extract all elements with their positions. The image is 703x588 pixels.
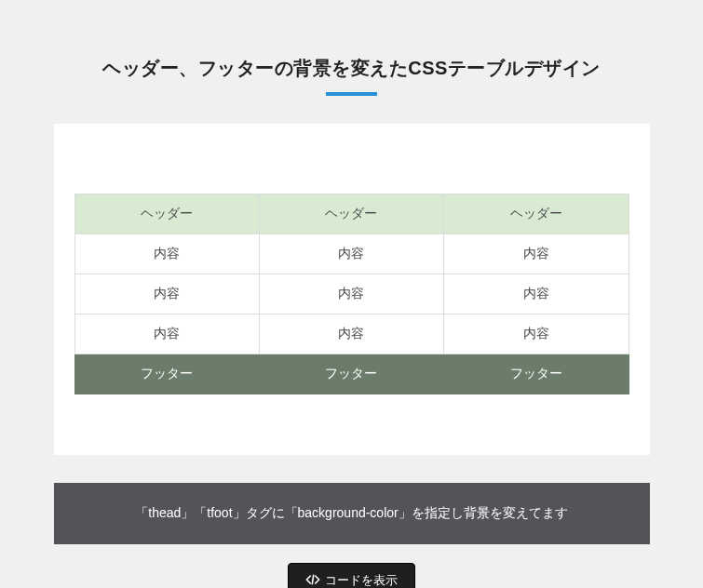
table-footer-cell: フッター: [259, 354, 443, 394]
code-icon: [305, 574, 320, 588]
demo-table: ヘッダー ヘッダー ヘッダー 内容 内容 内容 内容 内容 内容 内容: [74, 194, 629, 394]
table-row: 内容 内容 内容: [74, 314, 629, 354]
table-cell: 内容: [259, 234, 443, 274]
table-cell: 内容: [74, 314, 259, 354]
table-cell: 内容: [444, 314, 629, 354]
table-cell: 内容: [259, 314, 443, 354]
table-cell: 内容: [74, 274, 259, 314]
show-code-button[interactable]: コードを表示: [288, 563, 415, 588]
title-underline: [326, 92, 377, 96]
table-footer-cell: フッター: [74, 354, 259, 394]
table-footer-row: フッター フッター フッター: [74, 354, 629, 394]
note-bar: 「thead」「tfoot」タグに「background-color」を指定し背…: [54, 483, 650, 544]
table-cell: 内容: [444, 274, 629, 314]
table-cell: 内容: [444, 234, 629, 274]
table-row: 内容 内容 内容: [74, 234, 629, 274]
example-card: ヘッダー ヘッダー ヘッダー 内容 内容 内容 内容 内容 内容 内容: [54, 124, 650, 455]
table-footer-cell: フッター: [444, 354, 629, 394]
table-header-cell: ヘッダー: [259, 194, 443, 234]
table-row: 内容 内容 内容: [74, 274, 629, 314]
show-code-label: コードを表示: [325, 572, 398, 588]
table-header-cell: ヘッダー: [74, 194, 259, 234]
table-cell: 内容: [74, 234, 259, 274]
page-title: ヘッダー、フッターの背景を変えたCSSテーブルデザイン: [0, 56, 703, 81]
table-header-cell: ヘッダー: [444, 194, 629, 234]
table-header-row: ヘッダー ヘッダー ヘッダー: [74, 194, 629, 234]
svg-line-0: [312, 575, 313, 583]
table-cell: 内容: [259, 274, 443, 314]
